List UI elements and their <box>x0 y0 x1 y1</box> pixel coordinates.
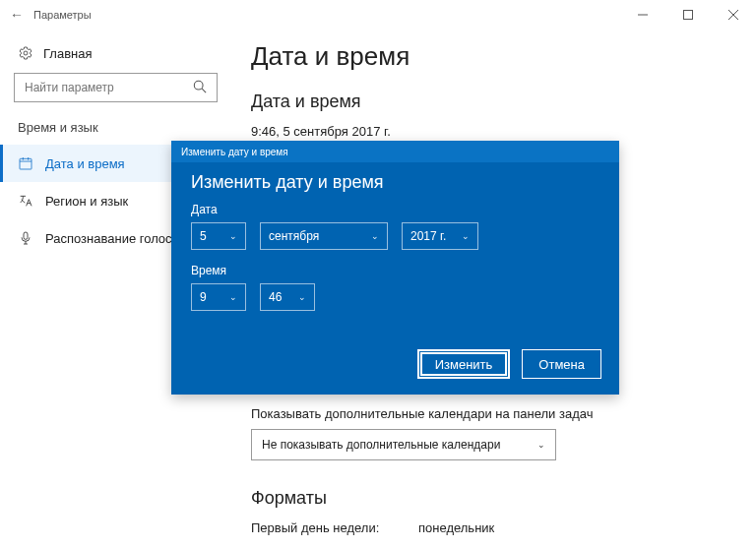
svg-point-5 <box>194 81 203 90</box>
back-arrow-icon: ← <box>10 7 24 23</box>
sidebar-item-label: Регион и язык <box>45 194 128 209</box>
dialog-heading: Изменить дату и время <box>191 172 599 193</box>
cancel-button[interactable]: Отмена <box>522 349 601 379</box>
dialog-titlebar-text: Изменить дату и время <box>181 147 288 157</box>
close-button[interactable] <box>711 0 756 30</box>
calendar-icon <box>18 155 33 171</box>
change-button[interactable]: Изменить <box>417 349 511 379</box>
chevron-down-icon: ⌄ <box>229 292 237 302</box>
format-key: Первый день недели: <box>251 520 409 535</box>
calendar-combo[interactable]: Не показывать дополнительные календари ⌄ <box>251 429 556 460</box>
section-heading: Дата и время <box>251 91 736 112</box>
svg-line-6 <box>202 89 206 92</box>
svg-rect-1 <box>684 11 693 20</box>
chevron-down-icon: ⌄ <box>298 292 306 302</box>
svg-rect-11 <box>24 232 28 239</box>
chevron-down-icon: ⌄ <box>229 231 237 241</box>
search-icon <box>192 79 208 94</box>
page-title: Дата и время <box>251 41 736 72</box>
calendar-combo-value: Не показывать дополнительные календари <box>262 438 500 452</box>
chevron-down-icon: ⌄ <box>537 440 545 450</box>
year-value: 2017 г. <box>410 229 446 243</box>
sidebar-home-label: Главная <box>43 46 92 61</box>
svg-point-4 <box>24 51 28 55</box>
window-title: Параметры <box>33 9 92 21</box>
language-icon <box>18 193 33 209</box>
month-picker[interactable]: сентября ⌄ <box>260 222 388 250</box>
gear-icon <box>18 45 33 61</box>
year-picker[interactable]: 2017 г. ⌄ <box>402 222 478 250</box>
hour-picker[interactable]: 9 ⌄ <box>191 283 246 311</box>
formats-heading: Форматы <box>251 488 736 509</box>
format-value: понедельник <box>418 520 494 535</box>
format-first-day: Первый день недели: понедельник <box>251 520 736 535</box>
time-label: Время <box>191 264 599 277</box>
chevron-down-icon: ⌄ <box>371 231 379 241</box>
date-label: Дата <box>191 203 599 216</box>
minimize-button[interactable] <box>620 0 665 30</box>
calendar-option-label: Показывать дополнительные календари на п… <box>251 406 736 421</box>
chevron-down-icon: ⌄ <box>462 231 470 241</box>
change-date-time-dialog: Изменить дату и время Изменить дату и вр… <box>171 141 619 395</box>
current-datetime: 9:46, 5 сентября 2017 г. <box>251 124 736 139</box>
microphone-icon <box>18 230 33 246</box>
sidebar-item-label: Распознавание голоса <box>45 231 179 246</box>
maximize-button[interactable] <box>665 0 711 30</box>
day-picker[interactable]: 5 ⌄ <box>191 222 246 250</box>
day-value: 5 <box>200 229 207 243</box>
window-titlebar: ← Параметры <box>0 0 756 30</box>
search-input[interactable] <box>14 73 218 102</box>
sidebar-home[interactable]: Главная <box>0 45 231 73</box>
hour-value: 9 <box>200 290 207 304</box>
sidebar-item-label: Дата и время <box>45 156 125 171</box>
minute-picker[interactable]: 46 ⌄ <box>260 283 315 311</box>
search-wrap <box>14 73 218 102</box>
minute-value: 46 <box>269 290 282 304</box>
dialog-titlebar: Изменить дату и время <box>171 141 619 162</box>
month-value: сентября <box>269 229 319 243</box>
window-controls <box>620 0 756 30</box>
svg-rect-7 <box>20 158 32 169</box>
